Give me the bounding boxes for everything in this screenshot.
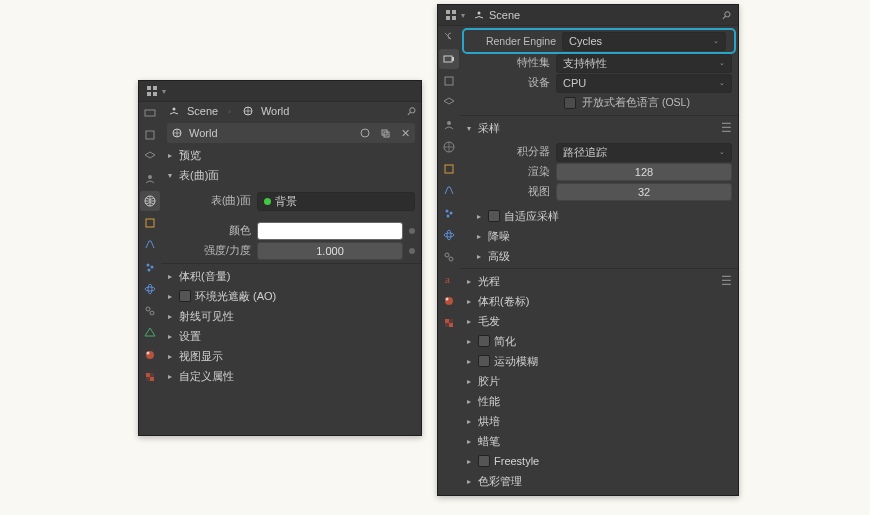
section-sampling[interactable]: ▾采样☰ bbox=[460, 118, 738, 138]
section-preview[interactable]: ▸预览 bbox=[161, 145, 421, 165]
material-tab-icon[interactable] bbox=[439, 291, 459, 311]
section-label: 蜡笔 bbox=[478, 434, 500, 449]
socket-dot-icon[interactable] bbox=[409, 248, 415, 254]
subsection-advanced[interactable]: ▸高级 bbox=[460, 246, 738, 266]
viewlayer-tab-icon[interactable] bbox=[439, 93, 459, 113]
svg-rect-21 bbox=[150, 373, 154, 377]
object-tab-icon[interactable] bbox=[140, 213, 160, 233]
section-motionblur[interactable]: ▸运动模糊 bbox=[460, 351, 738, 371]
section-ao[interactable]: ▸环境光遮蔽 (AO) bbox=[161, 286, 421, 306]
section-label: 色彩管理 bbox=[478, 474, 522, 489]
left-tab-column bbox=[139, 101, 161, 387]
breadcrumb-sep-icon: › bbox=[224, 107, 235, 116]
crumb-world[interactable]: World bbox=[261, 105, 290, 117]
world-datablock[interactable]: World ✕ bbox=[167, 123, 415, 143]
world-name[interactable]: World bbox=[189, 127, 353, 139]
crumb-scene[interactable]: Scene bbox=[489, 9, 520, 21]
particle-tab-icon[interactable] bbox=[140, 257, 160, 277]
section-grease[interactable]: ▸蜡笔 bbox=[460, 431, 738, 451]
checkbox[interactable] bbox=[478, 355, 490, 367]
checkbox[interactable] bbox=[478, 455, 490, 467]
texture-tab-icon[interactable] bbox=[439, 313, 459, 333]
scene-tab-icon[interactable] bbox=[140, 169, 160, 189]
section-custom[interactable]: ▸自定义属性 bbox=[161, 366, 421, 386]
crumb-scene[interactable]: Scene bbox=[187, 105, 218, 117]
section-freestyle[interactable]: ▸Freestyle bbox=[460, 451, 738, 471]
data-tab-icon[interactable]: a bbox=[439, 269, 459, 289]
socket-dot-icon[interactable] bbox=[409, 228, 415, 234]
viewport-samples-field[interactable]: 32 bbox=[556, 183, 732, 201]
section-label: 射线可见性 bbox=[179, 309, 234, 324]
render-tab-icon[interactable] bbox=[140, 103, 160, 123]
modifier-tab-icon[interactable] bbox=[140, 235, 160, 255]
data-tab-icon[interactable] bbox=[140, 323, 160, 343]
section-rayvis[interactable]: ▸射线可见性 bbox=[161, 306, 421, 326]
physics-tab-icon[interactable] bbox=[439, 225, 459, 245]
section-viewport[interactable]: ▸视图显示 bbox=[161, 346, 421, 366]
arrow-right-icon: ▸ bbox=[464, 437, 474, 446]
chevron-down-icon[interactable]: ▾ bbox=[461, 11, 465, 20]
pin-icon[interactable]: ⚲ bbox=[404, 104, 419, 119]
svg-point-18 bbox=[147, 352, 150, 355]
chevron-down-icon[interactable]: ▾ bbox=[162, 87, 166, 96]
list-icon[interactable]: ☰ bbox=[721, 121, 732, 135]
section-simplify[interactable]: ▸简化 bbox=[460, 331, 738, 351]
arrow-down-icon: ▾ bbox=[165, 171, 175, 180]
render-tab-icon[interactable] bbox=[439, 49, 459, 69]
chevron-down-icon: ⌄ bbox=[719, 79, 725, 87]
editor-type-icon[interactable] bbox=[143, 82, 161, 100]
physics-tab-icon[interactable] bbox=[140, 279, 160, 299]
arrow-right-icon: ▸ bbox=[464, 457, 474, 466]
color-field[interactable] bbox=[257, 222, 403, 240]
world-tab-icon[interactable] bbox=[439, 137, 459, 157]
new-icon[interactable] bbox=[357, 125, 373, 141]
section-performance[interactable]: ▸性能 bbox=[460, 391, 738, 411]
section-lightpaths[interactable]: ▸光程☰ bbox=[460, 271, 738, 291]
viewlayer-tab-icon[interactable] bbox=[140, 147, 160, 167]
checkbox[interactable] bbox=[478, 335, 490, 347]
osl-checkbox[interactable] bbox=[564, 97, 576, 109]
editor-type-icon[interactable] bbox=[442, 6, 460, 24]
svg-rect-22 bbox=[146, 377, 150, 381]
chevron-down-icon: ⌄ bbox=[719, 148, 725, 156]
checkbox[interactable] bbox=[179, 290, 191, 302]
strength-field[interactable]: 1.000 bbox=[257, 242, 403, 260]
object-tab-icon[interactable] bbox=[439, 159, 459, 179]
pin-icon[interactable]: ⚲ bbox=[719, 8, 734, 23]
scene-tab-icon[interactable] bbox=[439, 115, 459, 135]
section-hair[interactable]: ▸毛发 bbox=[460, 311, 738, 331]
texture-tab-icon[interactable] bbox=[140, 367, 160, 387]
subsection-denoise[interactable]: ▸降噪 bbox=[460, 226, 738, 246]
material-tab-icon[interactable] bbox=[140, 345, 160, 365]
constraint-tab-icon[interactable] bbox=[439, 247, 459, 267]
particle-tab-icon[interactable] bbox=[439, 203, 459, 223]
section-volume[interactable]: ▸体积(音量) bbox=[161, 266, 421, 286]
unlink-icon[interactable]: ✕ bbox=[397, 125, 413, 141]
section-settings[interactable]: ▸设置 bbox=[161, 326, 421, 346]
world-tab-icon[interactable] bbox=[140, 191, 160, 211]
output-tab-icon[interactable] bbox=[439, 71, 459, 91]
copy-icon[interactable] bbox=[377, 125, 393, 141]
tool-tab-icon[interactable] bbox=[439, 27, 459, 47]
section-surface[interactable]: ▾表(曲)面 bbox=[161, 165, 421, 185]
right-header: ▾ Scene ⚲ bbox=[438, 5, 738, 26]
section-volumes[interactable]: ▸体积(卷标) bbox=[460, 291, 738, 311]
section-bake[interactable]: ▸烘培 bbox=[460, 411, 738, 431]
integrator-dropdown[interactable]: 路径追踪 ⌄ bbox=[556, 143, 732, 162]
modifier-tab-icon[interactable] bbox=[439, 181, 459, 201]
device-dropdown[interactable]: CPU ⌄ bbox=[556, 74, 732, 93]
svg-point-10 bbox=[147, 264, 150, 267]
subsection-adaptive[interactable]: ▸自适应采样 bbox=[460, 206, 738, 226]
list-icon[interactable]: ☰ bbox=[721, 274, 732, 288]
constraint-tab-icon[interactable] bbox=[140, 301, 160, 321]
engine-dropdown[interactable]: Cycles ⌄ bbox=[562, 32, 726, 51]
section-film[interactable]: ▸胶片 bbox=[460, 371, 738, 391]
checkbox[interactable] bbox=[488, 210, 500, 222]
section-colormgmt[interactable]: ▸色彩管理 bbox=[460, 471, 738, 491]
render-samples-field[interactable]: 128 bbox=[556, 163, 732, 181]
world-icon bbox=[241, 104, 255, 118]
surface-dropdown[interactable]: 背景 bbox=[257, 192, 415, 211]
output-tab-icon[interactable] bbox=[140, 125, 160, 145]
section-label: 性能 bbox=[478, 394, 500, 409]
featureset-dropdown[interactable]: 支持特性 ⌄ bbox=[556, 54, 732, 73]
